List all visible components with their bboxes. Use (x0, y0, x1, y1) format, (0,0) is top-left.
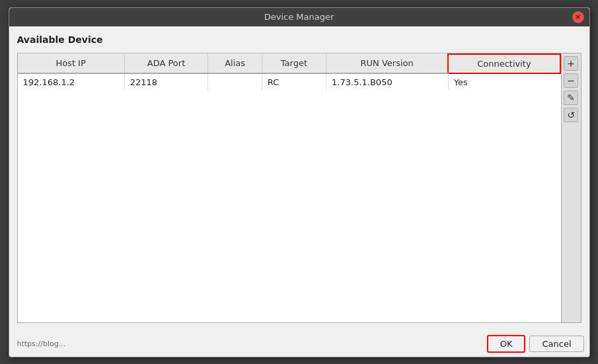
cell-run-version: 1.73.5.1.B050 (326, 73, 449, 91)
table-header-row: Host IP ADA Port Alias Target RUN Versio… (18, 54, 560, 73)
close-button[interactable]: × (572, 11, 584, 23)
col-host-ip: Host IP (18, 54, 125, 73)
content-area: Available Device Host IP ADA Port Alias … (9, 26, 589, 331)
device-table-container: Host IP ADA Port Alias Target RUN Versio… (17, 53, 581, 323)
device-manager-window: Device Manager × Available Device Host I… (9, 7, 590, 357)
cell-connectivity: Yes (448, 73, 560, 91)
col-ada-port: ADA Port (124, 54, 208, 73)
col-connectivity: Connectivity (448, 54, 560, 73)
ok-button[interactable]: OK (487, 335, 526, 353)
cell-host-ip: 192.168.1.2 (18, 73, 125, 91)
side-button-panel: + − ✎ ↺ (561, 54, 581, 322)
col-run-version: RUN Version (326, 54, 449, 73)
refresh-button[interactable]: ↺ (564, 108, 578, 122)
url-hint: https://blog... (15, 340, 483, 348)
cell-ada-port: 22118 (124, 73, 208, 91)
cell-alias (208, 73, 262, 91)
title-bar: Device Manager × (9, 8, 589, 26)
col-target: Target (262, 54, 326, 73)
edit-button[interactable]: ✎ (564, 91, 578, 105)
cancel-button[interactable]: Cancel (529, 336, 583, 352)
cell-target: RC (262, 73, 326, 91)
section-title: Available Device (17, 34, 581, 45)
window-title: Device Manager (264, 12, 334, 22)
device-table: Host IP ADA Port Alias Target RUN Versio… (18, 54, 561, 91)
table-row[interactable]: 192.168.1.2 22118 RC 1.73.5.1.B050 Yes (18, 73, 560, 91)
bottom-bar: https://blog... OK Cancel (9, 331, 589, 357)
table-area[interactable]: Host IP ADA Port Alias Target RUN Versio… (18, 54, 561, 322)
add-button[interactable]: + (564, 56, 578, 71)
col-alias: Alias (208, 54, 262, 73)
remove-button[interactable]: − (564, 73, 578, 88)
